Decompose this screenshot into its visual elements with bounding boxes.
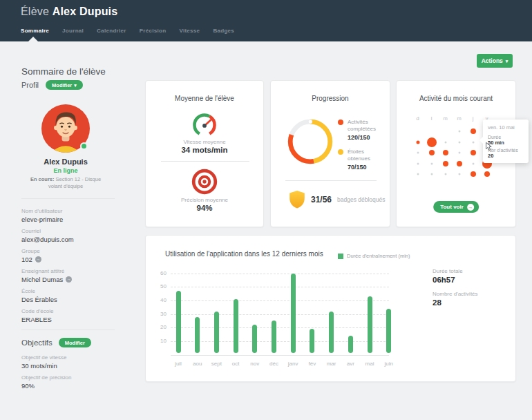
tooltip-activities-label: Nbr d'activités [488,148,524,153]
y-axis-tick: 60 [147,270,167,276]
activity-dot[interactable] [430,162,433,164]
speed-label: Vitesse moyenne [146,139,263,145]
activity-dot[interactable] [427,137,437,147]
objectives-section-label: Objectifs [21,338,53,347]
activity-dot[interactable] [444,141,446,143]
profile-field-ecole: ÉcoleDes Érables [21,287,125,304]
legend-dot-icon [338,149,343,155]
activity-dot[interactable] [417,173,419,175]
y-axis-tick: 20 [147,324,167,330]
y-axis-tick: 40 [147,297,167,303]
activity-dot[interactable] [472,141,474,143]
activity-dot[interactable] [471,128,476,134]
speed-value: 34 mots/min [146,146,263,154]
activity-dot[interactable] [417,162,419,164]
field-value: ERABLES [21,315,125,324]
activity-dot[interactable] [443,150,448,155]
card-current-month-activity: Activité du mois courant dlmmjv ven. 10 … [396,80,516,227]
usage-bar-mar [329,312,334,354]
chevron-down-icon: ▾ [74,83,77,88]
tab-precision[interactable]: Précision [140,28,167,34]
progress-donut [285,117,335,166]
usage-stat-nombre-d-activites: Nombre d'activités28 [433,290,478,308]
activity-dot[interactable] [484,171,490,177]
tab-badges[interactable]: Badges [213,28,234,34]
edit-objectives-label: Modifier [65,340,85,346]
usage-legend: Durée d'entraînement (min) [338,253,410,259]
tab-vitesse[interactable]: Vitesse [179,28,200,34]
y-axis-tick: 10 [147,338,167,344]
profile-section-header: Profil Modifier ▾ [21,80,83,90]
activity-dot[interactable] [444,173,446,175]
online-status-label: En ligne [10,167,121,174]
page-title: Sommaire de l'élève [21,66,106,77]
active-tab-caret [28,37,38,41]
field-label: Nom d'utilisateur [21,207,125,215]
stat-value: 28 [433,298,478,308]
activity-dot[interactable] [458,152,460,154]
activity-dot[interactable] [471,150,476,155]
activity-dot[interactable] [458,131,460,133]
progression-legend: Activités complétées120/150Étoiles obten… [338,119,383,178]
card-usage-chart: Utilisation de l'application dans les 12… [145,235,516,382]
actions-label: Actions [482,57,503,64]
badges-summary: 31/56 badges débloqués [289,190,386,209]
badges-value: 31/56 [311,195,332,204]
usage-bar-juil [176,291,181,353]
profile-fields: Nom d'utilisateureleve-primaireCourriela… [21,207,125,327]
field-label: École [21,287,125,295]
avatar [41,104,90,153]
actions-button[interactable]: Actions ▾ [477,54,513,68]
field-label: Objectif de précision [21,374,125,381]
legend-swatch-icon [338,254,343,259]
tab-journal[interactable]: Journal [62,28,84,34]
activity-dot[interactable] [417,152,419,154]
current-activity-value: Section 12 - Disque volant d'équipe [48,176,101,189]
chart-gridline [171,274,389,274]
day-header: d [413,115,423,122]
activity-dot[interactable] [458,173,460,175]
activity-dot[interactable] [458,141,460,143]
tab-calendrier[interactable]: Calendrier [97,28,126,34]
activity-dot[interactable] [416,140,419,144]
legend-dot-icon [338,120,343,125]
field-label: Groupe [21,247,125,255]
app-header: Élève Alex Dupuis SommaireJournalCalendr… [0,0,532,41]
see-all-button[interactable]: Tout voir → [433,201,479,213]
day-header: j [468,115,478,122]
chart-gridline [171,300,389,301]
edit-objectives-button[interactable]: Modifier [59,338,91,347]
activity-dot[interactable] [430,173,433,175]
usage-bar-nov [252,325,257,353]
legend-label: Durée d'entraînement (min) [347,253,410,259]
field-value: 102→ [21,255,125,264]
link-icon[interactable]: → [66,276,72,283]
tooltip-duration-value: 50 min [488,140,524,146]
legend-text: Activités complétées120/150 [348,119,383,141]
legend-entry-activites-completees: Activités complétées120/150 [338,119,383,141]
field-value: eleve-primaire [21,215,125,224]
field-value: Michel Dumas→ [21,275,125,284]
activity-dot[interactable] [472,162,474,164]
see-all-label: Tout voir [440,204,464,210]
activity-dot[interactable] [457,161,462,166]
objective-fields: Objectif de vitesse30 mots/minObjectif d… [21,354,125,394]
usage-chart-title: Utilisation de l'application dans les 12… [165,250,323,258]
profile-field-courriel: Courrielalex@dupuis.com [21,227,125,244]
link-icon[interactable]: → [35,256,41,262]
edit-profile-button[interactable]: Modifier ▾ [46,80,83,90]
day-header: m [441,115,450,122]
profile-field-code-d-ecole: Code d'écoleERABLES [21,307,125,324]
field-value: Des Érables [21,295,125,304]
activity-dot[interactable] [429,150,435,155]
tab-sommaire[interactable]: Sommaire [21,28,49,34]
legend-entry-value: 70/150 [348,164,383,171]
activity-dot[interactable] [471,171,476,177]
online-status-dot [80,142,88,150]
activity-dot[interactable] [443,161,448,166]
chart-gridline [171,314,389,315]
x-axis-label: juin [377,361,401,367]
precision-label: Précision moyenne [146,197,263,203]
profile-field-nom-d-utilisateur: Nom d'utilisateureleve-primaire [21,207,125,224]
arrow-right-icon: → [467,204,474,211]
